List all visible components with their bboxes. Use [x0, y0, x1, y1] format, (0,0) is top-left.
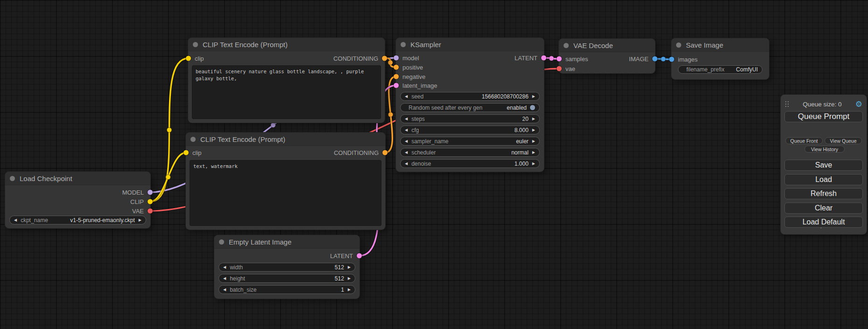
load-default-button[interactable]: Load Default: [784, 217, 863, 228]
node-clip-text-encode-positive[interactable]: CLIP Text Encode (Prompt) clip CONDITION…: [188, 38, 385, 123]
negative-prompt-textarea[interactable]: text, watermark: [190, 160, 381, 226]
collapse-dot-icon[interactable]: [676, 42, 681, 48]
steps-widget[interactable]: ◀ steps 20 ▶: [400, 114, 540, 123]
latent-image-input-port[interactable]: [394, 83, 399, 88]
node-title-bar[interactable]: Save Image: [671, 38, 769, 52]
next-arrow-icon[interactable]: ▶: [532, 117, 535, 121]
widget-value: normal: [511, 149, 529, 156]
filename-prefix-widget[interactable]: filename_prefix ComfyUI: [678, 65, 762, 74]
prev-arrow-icon[interactable]: ◀: [223, 288, 226, 292]
model-input-port[interactable]: [394, 56, 399, 61]
node-title-bar[interactable]: VAE Decode: [559, 39, 655, 52]
next-arrow-icon[interactable]: ▶: [348, 277, 351, 280]
node-save-image[interactable]: Save Image images filename_prefix ComfyU…: [671, 38, 769, 79]
collapse-dot-icon[interactable]: [401, 42, 406, 47]
node-ksampler[interactable]: KSampler model LATENT positive negative …: [396, 38, 544, 172]
widget-label: ckpt_name: [21, 217, 48, 224]
negative-input-port[interactable]: [394, 74, 399, 79]
ckpt-name-widget[interactable]: ◀ ckpt_name v1-5-pruned-emaonly.ckpt ▶: [9, 216, 146, 224]
prev-arrow-icon[interactable]: ◀: [223, 277, 226, 280]
clip-input-port[interactable]: [183, 150, 189, 155]
prev-arrow-icon[interactable]: ◀: [405, 128, 408, 132]
images-input-port[interactable]: [669, 57, 674, 62]
height-widget[interactable]: ◀ height 512 ▶: [219, 274, 355, 283]
prev-arrow-icon[interactable]: ◀: [405, 140, 408, 143]
latent-output-port[interactable]: [541, 56, 546, 61]
load-button[interactable]: Load: [784, 174, 863, 185]
conditioning-output-port[interactable]: [382, 56, 387, 61]
positive-input-port[interactable]: [394, 65, 399, 70]
prev-arrow-icon[interactable]: ◀: [405, 95, 408, 98]
next-arrow-icon[interactable]: ▶: [532, 140, 535, 143]
save-button[interactable]: Save: [784, 160, 863, 171]
node-title-bar[interactable]: CLIP Text Encode (Prompt): [188, 38, 385, 51]
samples-input-port[interactable]: [557, 56, 562, 62]
batch-size-widget[interactable]: ◀ batch_size 1 ▶: [219, 285, 355, 294]
widget-value: ComfyUI: [736, 66, 758, 73]
output-label-vae: VAE: [132, 208, 144, 215]
node-title-bar[interactable]: KSampler: [396, 38, 544, 51]
toggle-knob-icon[interactable]: [530, 105, 535, 110]
node-title: CLIP Text Encode (Prompt): [203, 41, 288, 49]
widget-label: seed: [411, 93, 423, 100]
queue-size-label: Queue size: 0: [789, 101, 855, 108]
widget-value: 512: [335, 275, 344, 282]
node-vae-decode[interactable]: VAE Decode samples IMAGE vae: [559, 39, 655, 73]
clear-button[interactable]: Clear: [784, 203, 863, 214]
next-arrow-icon[interactable]: ▶: [348, 288, 351, 292]
latent-output-port[interactable]: [357, 253, 362, 259]
widget-label: sampler_name: [411, 138, 448, 145]
clip-output-port[interactable]: [148, 199, 153, 204]
node-load-checkpoint[interactable]: Load Checkpoint MODEL CLIP VAE ◀ ckpt_na…: [5, 172, 150, 228]
next-arrow-icon[interactable]: ▶: [139, 218, 141, 222]
queue-prompt-button[interactable]: Queue Prompt: [784, 111, 863, 122]
collapse-dot-icon[interactable]: [10, 176, 15, 181]
collapse-dot-icon[interactable]: [193, 42, 198, 47]
node-title-bar[interactable]: CLIP Text Encode (Prompt): [186, 133, 385, 146]
prev-arrow-icon[interactable]: ◀: [14, 218, 17, 222]
refresh-button[interactable]: Refresh: [784, 188, 863, 199]
prev-arrow-icon[interactable]: ◀: [405, 117, 408, 121]
cfg-widget[interactable]: ◀ cfg 8.000 ▶: [400, 126, 540, 134]
queue-front-button[interactable]: Queue Front: [785, 137, 823, 144]
output-label-image: IMAGE: [629, 56, 649, 63]
collapse-dot-icon[interactable]: [564, 43, 569, 48]
next-arrow-icon[interactable]: ▶: [532, 151, 535, 154]
image-output-port[interactable]: [652, 56, 657, 62]
graph-canvas[interactable]: Load Checkpoint MODEL CLIP VAE ◀ ckpt_na…: [0, 0, 868, 329]
vae-output-port[interactable]: [148, 209, 153, 214]
clip-input-port[interactable]: [186, 56, 191, 61]
next-arrow-icon[interactable]: ▶: [532, 128, 535, 132]
prev-arrow-icon[interactable]: ◀: [223, 266, 226, 269]
node-title: CLIP Text Encode (Prompt): [200, 135, 285, 143]
scheduler-widget[interactable]: ◀ scheduler normal ▶: [400, 148, 540, 157]
next-arrow-icon[interactable]: ▶: [532, 95, 535, 98]
seed-widget[interactable]: ◀ seed 156680208700286 ▶: [400, 92, 540, 101]
random-seed-toggle-widget[interactable]: Random seed after every gen enabled: [400, 103, 540, 112]
collapse-dot-icon[interactable]: [219, 239, 224, 245]
queue-panel: Queue size: 0 ⚙ Queue Prompt Extra optio…: [781, 95, 867, 234]
collapse-dot-icon[interactable]: [191, 137, 196, 142]
sampler-name-widget[interactable]: ◀ sampler_name euler ▶: [400, 137, 540, 146]
node-clip-text-encode-negative[interactable]: CLIP Text Encode (Prompt) clip CONDITION…: [186, 133, 385, 230]
conditioning-output-port[interactable]: [382, 150, 388, 155]
widget-label: cfg: [411, 127, 419, 133]
node-empty-latent-image[interactable]: Empty Latent Image LATENT ◀ width 512 ▶ …: [214, 235, 360, 299]
prev-arrow-icon[interactable]: ◀: [405, 151, 408, 154]
input-label-samples: samples: [565, 56, 588, 63]
vae-input-port[interactable]: [557, 66, 562, 71]
node-title-bar[interactable]: Empty Latent Image: [214, 235, 360, 249]
view-queue-button[interactable]: View Queue: [825, 137, 862, 144]
prev-arrow-icon[interactable]: ◀: [405, 162, 408, 166]
widget-label: steps: [411, 116, 425, 122]
positive-prompt-textarea[interactable]: beautiful scenery nature glass bottle la…: [192, 65, 381, 119]
width-widget[interactable]: ◀ width 512 ▶: [219, 263, 355, 272]
drag-handle-icon[interactable]: [785, 101, 789, 107]
node-title-bar[interactable]: Load Checkpoint: [5, 172, 150, 185]
settings-gear-icon[interactable]: ⚙: [855, 100, 862, 108]
next-arrow-icon[interactable]: ▶: [348, 266, 351, 269]
next-arrow-icon[interactable]: ▶: [532, 162, 535, 166]
view-history-button[interactable]: View History: [804, 146, 845, 153]
model-output-port[interactable]: [148, 190, 153, 195]
denoise-widget[interactable]: ◀ denoise 1.000 ▶: [400, 159, 540, 168]
